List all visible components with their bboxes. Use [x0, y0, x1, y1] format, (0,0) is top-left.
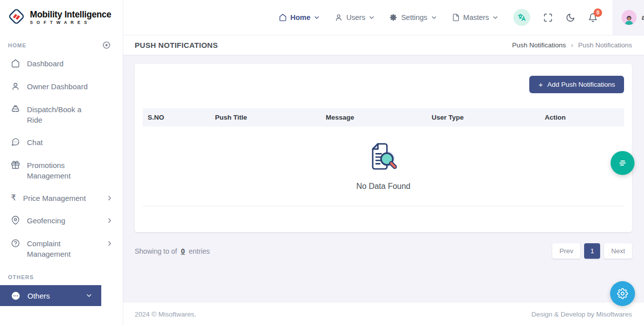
navbar-menu: Home Users: [279, 13, 498, 21]
file-text-icon: [452, 13, 460, 21]
sidebar-item-complaint-management[interactable]: Complaint Management: [0, 232, 123, 265]
brand-subtitle: S O F T W A R E S: [30, 20, 111, 25]
sidebar-section-others: OTHERS: [0, 265, 123, 285]
breadcrumb-separator-icon: ›: [571, 41, 573, 49]
filter-lines-icon: [618, 158, 628, 168]
table-header: S.NO Push Title Message User Type Action: [143, 108, 624, 127]
sidebar-item-label: Dispatch/Book a Ride: [27, 104, 91, 125]
breadcrumb-parent[interactable]: Push Notifications: [512, 41, 566, 49]
summary-count: 0: [181, 247, 185, 255]
sidebar-section-others-label: OTHERS: [8, 274, 34, 280]
empty-state-text: No Data Found: [143, 182, 624, 191]
avatar: [622, 10, 637, 25]
nav-item-users[interactable]: Users: [335, 13, 375, 21]
empty-state-row: No Data Found: [143, 127, 624, 206]
add-push-notifications-button[interactable]: + Add Push Notifications: [529, 76, 624, 93]
chevron-down-icon: [369, 14, 375, 20]
brand-logo[interactable]: Mobility Intelligence S O F T W A R E S: [0, 0, 123, 33]
col-header-push-title: Push Title: [210, 108, 321, 127]
sidebar-item-label: Dashboard: [27, 58, 91, 69]
settings-fab-button[interactable]: [610, 281, 635, 306]
sidebar-section-home: HOME: [0, 33, 123, 52]
pagination-page-1-button[interactable]: 1: [584, 243, 600, 259]
col-header-message: Message: [321, 108, 427, 127]
sidebar-item-label: Others: [27, 292, 50, 300]
top-navbar: Home Users: [123, 0, 644, 35]
nav-item-settings[interactable]: Settings: [390, 13, 436, 21]
nav-item-masters[interactable]: Masters: [452, 13, 499, 21]
col-header-sno: S.NO: [143, 108, 210, 127]
footer-credit: Design & Develop by Misoftwares: [531, 311, 632, 318]
filter-fab-button[interactable]: [611, 151, 635, 175]
page-content: + Add Push Notifications S.NO Push Title…: [123, 55, 644, 303]
sidebar-item-label: Complaint Management: [27, 238, 91, 259]
sidebar-section-home-label: HOME: [8, 42, 26, 48]
app-root: Mobility Intelligence S O F T W A R E S …: [0, 0, 644, 326]
home-icon: [11, 59, 20, 69]
map-pin-icon: [11, 216, 20, 226]
sidebar-item-owner-dashboard[interactable]: Owner Dashboard: [0, 75, 123, 98]
nav-item-home[interactable]: Home: [279, 13, 320, 21]
pagination: Prev 1 Next: [552, 243, 632, 259]
card-toolbar: + Add Push Notifications: [143, 72, 624, 108]
pagination-prev-button[interactable]: Prev: [552, 243, 580, 259]
summary-prefix: Showing to of: [135, 247, 179, 255]
push-notifications-card: + Add Push Notifications S.NO Push Title…: [135, 64, 632, 232]
entries-summary: Showing to of 0 entries: [135, 247, 210, 255]
sidebar-item-others[interactable]: Others: [0, 285, 101, 306]
brand-title: Mobility Intelligence: [30, 10, 111, 19]
sidebar-item-geofencing[interactable]: Geofencing: [0, 209, 123, 232]
chevron-right-icon: [106, 194, 113, 203]
sidebar-item-price-management[interactable]: ₹ Price Management: [0, 187, 123, 209]
chevron-down-icon: [86, 292, 92, 300]
main-area: Home Users: [123, 0, 644, 326]
ellipsis-circle-icon: [11, 291, 20, 301]
breadcrumb-current: Push Notifications: [578, 41, 632, 49]
sidebar-item-label: Price Management: [23, 193, 87, 203]
gear-icon: [390, 13, 398, 21]
taxi-icon: [11, 105, 20, 115]
nav-item-label: Settings: [401, 13, 427, 21]
sidebar-item-label: Owner Dashboard: [27, 81, 91, 92]
sidebar-item-chat[interactable]: Chat: [0, 131, 123, 154]
nav-item-label: Home: [290, 13, 310, 21]
user-name: admin: [642, 13, 644, 21]
navbar-icon-group: 0: [513, 9, 598, 26]
gear-icon: [617, 288, 628, 299]
sidebar-toggle-record-icon[interactable]: [102, 41, 111, 49]
sidebar-item-label: Promotions Management: [27, 160, 91, 181]
page-title: PUSH NOTIFICATIONS: [135, 41, 218, 49]
sidebar-item-dashboard[interactable]: Dashboard: [0, 52, 123, 75]
chevron-right-icon: [106, 217, 113, 225]
table-footer-row: Showing to of 0 entries Prev 1 Next: [135, 232, 632, 269]
add-button-label: Add Push Notifications: [547, 81, 615, 88]
chevron-right-icon: [106, 240, 113, 248]
table-header-row: S.NO Push Title Message User Type Action: [143, 108, 624, 127]
chevron-down-icon: [314, 14, 320, 20]
pagination-next-button[interactable]: Next: [604, 243, 632, 259]
home-icon: [279, 13, 287, 21]
no-data-icon: [365, 140, 403, 179]
sidebar-item-label: Chat: [27, 137, 91, 148]
table-body: No Data Found: [143, 127, 624, 206]
sidebar-item-promotions-management[interactable]: Promotions Management: [0, 154, 123, 187]
dark-mode-moon-icon[interactable]: [566, 13, 575, 22]
col-header-action: Action: [540, 108, 624, 127]
fullscreen-icon[interactable]: [543, 13, 553, 22]
chat-icon: [11, 138, 20, 148]
nav-item-label: Masters: [463, 13, 489, 21]
sidebar: Mobility Intelligence S O F T W A R E S …: [0, 0, 123, 326]
push-notifications-table: S.NO Push Title Message User Type Action: [143, 108, 624, 206]
brand-text: Mobility Intelligence S O F T W A R E S: [30, 10, 111, 24]
help-circle-icon: [11, 239, 20, 249]
sidebar-item-label: Geofencing: [27, 215, 91, 226]
gift-icon: [11, 161, 20, 171]
sidebar-item-dispatch-book-a-ride[interactable]: Dispatch/Book a Ride: [0, 98, 123, 131]
notification-bell-icon[interactable]: 0: [588, 13, 598, 22]
notification-badge: 0: [594, 8, 602, 17]
card-bottom-spacer: [143, 206, 624, 224]
chevron-down-icon: [431, 14, 437, 20]
chevron-down-icon: [492, 14, 498, 20]
user-menu[interactable]: admin: [613, 0, 644, 35]
translate-button[interactable]: [513, 9, 530, 26]
